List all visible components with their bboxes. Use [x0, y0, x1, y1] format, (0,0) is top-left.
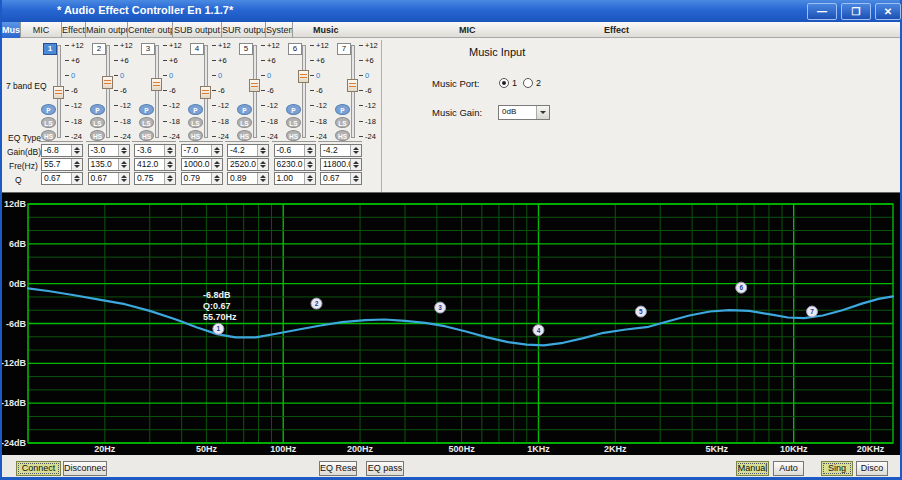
music-port-radio-2[interactable]	[523, 78, 533, 88]
band-3-gain-spinner[interactable]	[164, 145, 175, 156]
sing-button[interactable]: Sing	[821, 461, 853, 476]
connect-button[interactable]: Connect	[16, 461, 61, 476]
dropdown-arrow-icon[interactable]	[536, 106, 549, 119]
close-button[interactable]: ✕	[875, 3, 901, 20]
spinner-up-icon[interactable]	[74, 147, 80, 150]
band-4-q-input[interactable]: 0.79	[181, 172, 223, 185]
band-3-freq-spinner[interactable]	[164, 159, 175, 170]
spinner-down-icon[interactable]	[74, 151, 80, 154]
spinner-up-icon[interactable]	[260, 175, 266, 178]
band-7-freq-spinner[interactable]	[350, 159, 361, 170]
spinner-down-icon[interactable]	[121, 151, 127, 154]
spinner-down-icon[interactable]	[214, 179, 220, 182]
band-7-type-hs-button[interactable]: HS	[335, 130, 350, 141]
band-5-button[interactable]: 5	[239, 43, 253, 55]
spinner-up-icon[interactable]	[307, 161, 313, 164]
band-1-freq-spinner[interactable]	[71, 159, 82, 170]
spinner-up-icon[interactable]	[214, 147, 220, 150]
band-1-freq-input[interactable]: 55.7	[41, 158, 83, 171]
band-7-q-spinner[interactable]	[350, 173, 361, 184]
band-6-slider-track[interactable]	[302, 45, 306, 138]
band-2-slider-thumb[interactable]	[102, 76, 113, 89]
band-4-gain-spinner[interactable]	[211, 145, 222, 156]
spinner-down-icon[interactable]	[260, 165, 266, 168]
band-6-type-ls-button[interactable]: LS	[286, 117, 301, 128]
spinner-up-icon[interactable]	[167, 147, 173, 150]
spinner-down-icon[interactable]	[260, 151, 266, 154]
eq-reset-button[interactable]: EQ Reset	[319, 461, 357, 476]
band-4-type-ls-button[interactable]: LS	[188, 117, 203, 128]
spinner-down-icon[interactable]	[353, 179, 359, 182]
band-4-slider-thumb[interactable]	[200, 86, 211, 99]
spinner-down-icon[interactable]	[74, 179, 80, 182]
band-7-type-ls-button[interactable]: LS	[335, 117, 350, 128]
band-6-q-input[interactable]: 1.00	[274, 172, 316, 185]
band-6-gain-input[interactable]: -0.6	[274, 144, 316, 157]
spinner-down-icon[interactable]	[307, 151, 313, 154]
spinner-up-icon[interactable]	[74, 161, 80, 164]
band-1-type-hs-button[interactable]: HS	[41, 130, 56, 141]
tab-effect[interactable]: Effect	[62, 22, 86, 38]
band-5-type-p-button[interactable]: P	[237, 104, 252, 115]
spinner-down-icon[interactable]	[167, 179, 173, 182]
band-6-q-spinner[interactable]	[304, 173, 315, 184]
band-1-q-input[interactable]: 0.67	[41, 172, 83, 185]
spinner-up-icon[interactable]	[167, 175, 173, 178]
band-7-q-input[interactable]: 0.67	[320, 172, 362, 185]
band-3-q-input[interactable]: 0.75	[134, 172, 176, 185]
spinner-up-icon[interactable]	[74, 175, 80, 178]
tab-center-output[interactable]: Center output	[128, 22, 173, 38]
band-6-button[interactable]: 6	[288, 43, 302, 55]
band-3-type-hs-button[interactable]: HS	[139, 130, 154, 141]
spinner-up-icon[interactable]	[121, 175, 127, 178]
band-1-q-spinner[interactable]	[71, 173, 82, 184]
tab-mic[interactable]: MIC	[21, 22, 62, 38]
band-5-freq-spinner[interactable]	[257, 159, 268, 170]
band-7-freq-input[interactable]: 11800.0	[320, 158, 362, 171]
band-4-freq-spinner[interactable]	[211, 159, 222, 170]
tab-main-output[interactable]: Main output	[86, 22, 128, 38]
band-7-button[interactable]: 7	[337, 43, 351, 55]
spinner-down-icon[interactable]	[307, 165, 313, 168]
disco-button[interactable]: Disco	[856, 461, 888, 476]
band-6-gain-spinner[interactable]	[304, 145, 315, 156]
band-1-button[interactable]: 1	[43, 43, 57, 55]
band-7-gain-input[interactable]: -4.2	[320, 144, 362, 157]
band-6-slider-thumb[interactable]	[298, 70, 309, 83]
spinner-down-icon[interactable]	[121, 179, 127, 182]
band-5-slider-thumb[interactable]	[249, 79, 260, 92]
band-4-button[interactable]: 4	[190, 43, 204, 55]
spinner-down-icon[interactable]	[214, 165, 220, 168]
spinner-down-icon[interactable]	[353, 151, 359, 154]
band-2-gain-spinner[interactable]	[118, 145, 129, 156]
spinner-up-icon[interactable]	[167, 161, 173, 164]
band-2-gain-input[interactable]: -3.0	[88, 144, 130, 157]
band-7-type-p-button[interactable]: P	[335, 104, 350, 115]
band-5-type-ls-button[interactable]: LS	[237, 117, 252, 128]
band-1-type-p-button[interactable]: P	[41, 104, 56, 115]
minimize-button[interactable]: —	[807, 3, 837, 20]
spinner-down-icon[interactable]	[167, 151, 173, 154]
spinner-down-icon[interactable]	[167, 165, 173, 168]
spinner-up-icon[interactable]	[307, 147, 313, 150]
auto-button[interactable]: Auto	[773, 461, 804, 476]
tab-sub-output[interactable]: SUB output	[173, 22, 222, 38]
band-marker-5-number[interactable]: 5	[639, 308, 643, 315]
band-5-gain-input[interactable]: -4.2	[227, 144, 269, 157]
band-marker-3-number[interactable]: 3	[438, 304, 442, 311]
spinner-up-icon[interactable]	[353, 161, 359, 164]
band-4-type-hs-button[interactable]: HS	[188, 130, 203, 141]
band-2-button[interactable]: 2	[92, 43, 106, 55]
band-4-freq-input[interactable]: 1000.0	[181, 158, 223, 171]
band-6-type-p-button[interactable]: P	[286, 104, 301, 115]
band-2-q-spinner[interactable]	[118, 173, 129, 184]
band-3-freq-input[interactable]: 412.0	[134, 158, 176, 171]
music-gain-dropdown[interactable]: 0dB	[498, 105, 550, 120]
band-2-type-ls-button[interactable]: LS	[90, 117, 105, 128]
band-5-q-spinner[interactable]	[257, 173, 268, 184]
tab-sur-output[interactable]: SUR output	[222, 22, 266, 38]
band-5-gain-spinner[interactable]	[257, 145, 268, 156]
spinner-up-icon[interactable]	[353, 175, 359, 178]
band-5-freq-input[interactable]: 2520.0	[227, 158, 269, 171]
spinner-down-icon[interactable]	[307, 179, 313, 182]
